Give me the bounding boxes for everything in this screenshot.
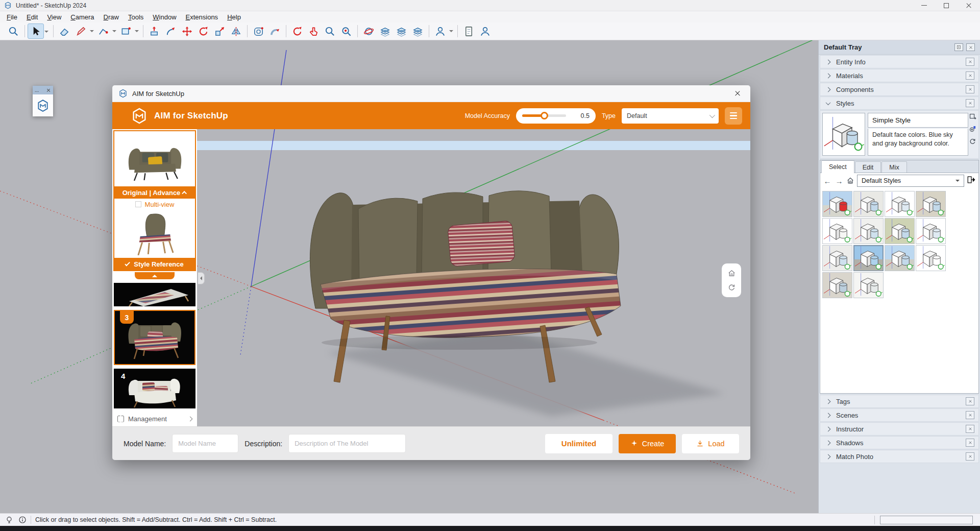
result-thumbnail-4[interactable]: 4 [114,369,195,408]
section-close-button[interactable] [966,71,974,80]
home-icon[interactable] [846,177,854,185]
toolbar-button[interactable] [377,23,393,39]
style-thumbnail[interactable] [853,191,884,217]
style-thumbnail[interactable] [885,191,915,217]
styles-coll-dropdown[interactable]: Default Styles [857,175,964,187]
tray-section[interactable]: Materials [820,69,979,82]
launcher-close-icon[interactable] [46,88,51,93]
menu-item[interactable]: Camera [66,12,99,22]
aim-launcher-panel[interactable]: ... [33,86,53,116]
menu-item[interactable]: Tools [124,12,148,22]
toolbar-button[interactable] [305,23,322,39]
style-description[interactable]: Default face colors. Blue sky and gray b… [868,129,968,156]
result-thumbnail-2[interactable] [114,283,195,306]
section-close-button[interactable] [966,411,974,419]
style-thumbnail[interactable] [822,245,852,271]
section-close-button[interactable] [966,425,974,433]
tray-section[interactable]: Instructor [820,422,979,436]
section-close-button[interactable] [966,85,974,93]
style-thumbnail[interactable] [822,272,852,298]
tray-close-icon[interactable] [966,43,975,51]
management-row[interactable]: Management [112,413,197,425]
style-thumbnail[interactable] [885,218,915,244]
styles-tab[interactable]: Select [821,160,854,173]
toolbar-button[interactable] [50,23,56,39]
menu-item[interactable]: Edit [22,12,42,22]
tray-section[interactable]: Scenes [820,408,979,422]
toolbar-button[interactable] [244,23,250,39]
toolbar-button[interactable] [146,23,162,39]
original-image-thumbnail[interactable] [114,131,195,186]
toolbar-button[interactable] [409,23,426,39]
section-close-button[interactable] [966,58,974,66]
toolbar-button[interactable] [426,23,432,39]
description-input[interactable] [288,434,406,453]
toolbar-button[interactable] [393,23,409,39]
dialog-close-button[interactable] [732,88,743,99]
tray-section[interactable]: Match Photo [820,450,979,463]
dialog-titlebar[interactable]: AIM for SketchUp [112,85,750,102]
toolbar-button[interactable] [338,23,354,39]
refresh-style-icon[interactable] [969,137,976,145]
toolbar-button[interactable] [95,23,111,39]
style-reference-bar[interactable]: Style Reference [114,258,195,270]
style-thumbnail[interactable] [822,218,852,244]
slider-knob[interactable] [541,112,548,119]
toolbar-button[interactable] [211,23,228,39]
accuracy-slider[interactable] [522,114,566,117]
toolbar-button[interactable] [21,23,28,39]
collapse-tab[interactable] [135,272,175,279]
section-close-button[interactable] [966,99,974,107]
model-name-input[interactable] [172,434,238,453]
home-view-icon[interactable] [727,269,736,278]
style-thumbnail[interactable] [916,218,946,244]
type-dropdown[interactable]: Default [622,108,719,124]
toolbar-button[interactable] [360,23,377,39]
close-button[interactable] [958,0,980,11]
info-icon[interactable] [18,516,27,524]
toolbar-button[interactable] [354,23,360,39]
unlimited-button[interactable]: Unlimited [545,434,612,453]
restore-button[interactable] [935,0,958,11]
toolbar-button[interactable] [250,23,266,39]
create-style-icon[interactable] [969,113,976,120]
details-button[interactable] [967,175,976,186]
result-thumbnail-3[interactable]: 3 [114,310,195,365]
style-reference-thumbnail[interactable] [114,210,195,258]
tray-section-styles[interactable]: Styles [820,96,979,110]
menu-item[interactable]: View [42,12,66,22]
section-close-button[interactable] [966,397,974,405]
tray-header[interactable]: Default Tray [819,40,980,55]
style-thumbnail[interactable] [885,245,915,271]
toolbar-button[interactable] [477,23,493,39]
geolocation-icon[interactable] [5,516,13,524]
toolbar-button[interactable] [266,23,283,39]
menu-item[interactable]: File [2,12,22,22]
toolbar-button[interactable] [460,23,477,39]
toolbar-button[interactable] [195,23,211,39]
section-close-button[interactable] [966,452,974,461]
mode-bar[interactable]: Original | Advance [114,186,195,199]
toolbar-button[interactable] [322,23,338,39]
toolbar-button[interactable] [283,23,289,39]
menu-item[interactable]: Window [148,12,181,22]
toolbar-button[interactable] [28,23,44,39]
toolbar-button[interactable] [56,23,72,39]
minimize-button[interactable] [913,0,935,11]
section-close-button[interactable] [966,439,974,447]
toolbar-button[interactable] [72,23,89,39]
load-button[interactable]: Load [682,434,739,453]
reset-view-icon[interactable] [727,283,736,292]
aim-plugin-icon[interactable] [36,99,50,112]
styles-tab[interactable]: Edit [855,161,881,173]
tray-section[interactable]: Components [820,83,979,96]
tray-section[interactable]: Shadows [820,436,979,449]
toolbar-button[interactable] [454,23,460,39]
toolbar-button[interactable] [140,23,146,39]
toolbar-button[interactable] [179,23,195,39]
toolbar-button[interactable] [289,23,305,39]
tray-pin-icon[interactable] [954,43,963,51]
back-icon[interactable]: ← [823,177,832,185]
menu-item[interactable]: Help [223,12,246,22]
forward-icon[interactable]: → [835,177,844,185]
